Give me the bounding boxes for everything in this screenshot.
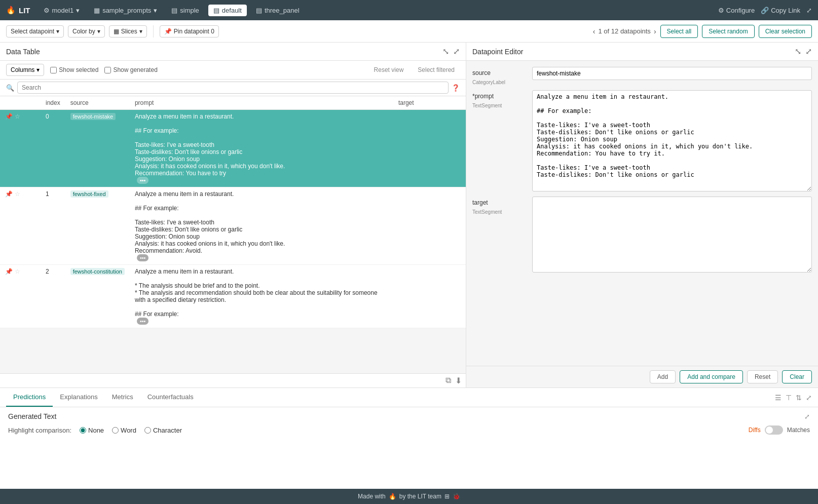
- target-field-name: target: [472, 199, 488, 206]
- nav-tab-default[interactable]: ▤ default: [208, 5, 247, 16]
- star-icon-row2[interactable]: ☆: [15, 268, 20, 275]
- sort-icon[interactable]: ⇅: [796, 394, 802, 402]
- configure-button[interactable]: ⚙ Configure: [718, 7, 755, 14]
- show-generated-label[interactable]: Show generated: [104, 66, 157, 73]
- external-link-button[interactable]: ⤢: [806, 7, 812, 14]
- app-brand: 🔥 LIT: [6, 6, 30, 15]
- footer-github-icon[interactable]: ⊞: [444, 493, 450, 500]
- page-footer: Made with 🔥 by the LIT team ⊞ 🐞: [0, 489, 818, 504]
- source-field-input[interactable]: [532, 67, 812, 80]
- show-selected-checkbox[interactable]: [50, 67, 57, 73]
- table-controls-right: Reset view Select filtered: [369, 64, 460, 75]
- nav-tab-three-panel[interactable]: ▤ three_panel: [251, 5, 305, 16]
- expand-bottom-icon[interactable]: ⤢: [806, 394, 812, 402]
- star-icon-row0[interactable]: ☆: [15, 113, 20, 120]
- highlight-label: Highlight comparison:: [8, 427, 71, 434]
- highlight-character-option[interactable]: Character: [144, 427, 182, 434]
- pin-datapoint-button[interactable]: 📌 Pin datapoint 0: [160, 25, 219, 37]
- data-table-title: Data Table: [6, 48, 40, 56]
- layout-icon-three-panel: ▤: [256, 7, 262, 14]
- matches-label: Matches: [787, 427, 810, 434]
- highlight-none-radio[interactable]: [80, 427, 86, 434]
- row-2-more-chip[interactable]: •••: [137, 318, 149, 325]
- help-icon[interactable]: ❓: [452, 84, 460, 92]
- row-0-index: 0: [41, 110, 65, 187]
- th-index: [0, 96, 41, 110]
- expand-generated-icon[interactable]: ⤢: [804, 413, 810, 420]
- show-selected-label[interactable]: Show selected: [50, 66, 98, 73]
- tab-counterfactuals-label: Counterfactuals: [147, 393, 194, 401]
- tab-predictions[interactable]: Predictions: [6, 388, 53, 407]
- model-icon: ⚙: [44, 7, 50, 14]
- row-0-prompt-text: Analyze a menu item in a restaurant. ## …: [135, 113, 388, 177]
- slices-button[interactable]: ▦ Slices ▾: [109, 25, 147, 37]
- datapoint-nav-text: 1 of 12 datapoints: [599, 27, 651, 35]
- show-generated-checkbox[interactable]: [104, 67, 111, 73]
- select-filtered-button[interactable]: Select filtered: [413, 64, 460, 75]
- pin-icon-toolbar: 📌: [164, 28, 172, 35]
- source-field-type: CategoryLabel: [472, 80, 505, 85]
- table-row[interactable]: 📌 ☆ 0 fewshot-mistake Analyze a menu ite…: [0, 110, 466, 187]
- prompt-field-type: TextSegment: [472, 103, 502, 108]
- footer-bug-icon[interactable]: 🐞: [453, 493, 460, 500]
- nav-tab-model1-label: model1: [52, 7, 74, 14]
- highlight-character-radio[interactable]: [144, 427, 151, 434]
- tab-metrics[interactable]: Metrics: [105, 388, 140, 407]
- bottom-tab-icons: ☰ ⊤ ⇅ ⤢: [775, 394, 812, 402]
- reset-button[interactable]: Reset: [747, 370, 778, 383]
- search-input[interactable]: [17, 82, 449, 94]
- tab-counterfactuals[interactable]: Counterfactuals: [140, 388, 201, 407]
- row-0-source-chip: fewshot-mistake: [70, 113, 116, 120]
- row-1-more-chip[interactable]: •••: [137, 254, 149, 261]
- expand-icon-editor[interactable]: ⤢: [805, 47, 812, 56]
- pin-icon-row2[interactable]: 📌: [5, 268, 13, 275]
- chevron-down-icon-2: ▾: [154, 7, 157, 14]
- color-by-label: Color by: [72, 28, 95, 35]
- select-all-button[interactable]: Select all: [660, 25, 698, 38]
- pin-icon-row0[interactable]: 📌: [5, 113, 13, 120]
- highlight-word-option[interactable]: Word: [112, 427, 136, 434]
- footer-text: Made with: [358, 493, 386, 500]
- row-0-more-chip[interactable]: •••: [137, 177, 149, 184]
- nav-tab-simple[interactable]: ▤ simple: [166, 5, 204, 16]
- color-by-button[interactable]: Color by ▾: [68, 25, 105, 37]
- prompt-field-meta: *prompt TextSegment: [472, 90, 528, 108]
- highlight-row: Highlight comparison: None Word Characte…: [8, 425, 810, 435]
- star-icon-row1[interactable]: ☆: [15, 190, 20, 198]
- target-field-textarea[interactable]: [532, 197, 812, 273]
- clear-selection-button[interactable]: Clear selection: [759, 25, 812, 38]
- highlight-none-option[interactable]: None: [80, 427, 104, 434]
- datapoint-nav: ‹ 1 of 12 datapoints ›: [593, 27, 656, 35]
- chevron-down-icon: ▾: [76, 7, 80, 14]
- diffs-toggle-switch[interactable]: [765, 425, 783, 435]
- pin-icon-row1[interactable]: 📌: [5, 190, 13, 198]
- slices-icon: ▦: [114, 28, 119, 35]
- next-datapoint-button[interactable]: ›: [654, 27, 656, 35]
- reset-view-button[interactable]: Reset view: [369, 64, 409, 75]
- nav-tab-model1[interactable]: ⚙ model1 ▾: [39, 5, 85, 16]
- add-label: Add: [657, 373, 668, 380]
- tab-explanations[interactable]: Explanations: [53, 388, 104, 407]
- highlight-word-radio[interactable]: [112, 427, 119, 434]
- minimize-icon[interactable]: ⤡: [442, 47, 449, 56]
- table-row[interactable]: 📌 ☆ 2 fewshot-constitution Analyze a men…: [0, 265, 466, 328]
- menu-icon[interactable]: ☰: [775, 394, 782, 402]
- download-icon[interactable]: ⬇: [455, 376, 462, 385]
- select-random-button[interactable]: Select random: [702, 25, 754, 38]
- prev-datapoint-button[interactable]: ‹: [593, 27, 596, 35]
- minimize-icon-editor[interactable]: ⤡: [795, 47, 801, 56]
- table-row[interactable]: 📌 ☆ 1 fewshot-fixed Analyze a menu item …: [0, 187, 466, 265]
- prompt-field-textarea[interactable]: Analyze a menu item in a restaurant. ## …: [532, 90, 812, 191]
- columns-button[interactable]: Columns ▾: [6, 64, 44, 76]
- nav-tab-sample-prompts[interactable]: ▦ sample_prompts ▾: [89, 5, 162, 16]
- select-datapoint-button[interactable]: Select datapoint ▾: [6, 25, 64, 37]
- expand-icon[interactable]: ⤢: [453, 47, 460, 56]
- copy-link-button[interactable]: 🔗 Copy Link: [761, 7, 800, 14]
- row-1-prompt-text: Analyze a menu item in a restaurant. ## …: [135, 190, 388, 254]
- add-compare-button[interactable]: Add and compare: [680, 370, 743, 383]
- select-datapoint-label: Select datapoint: [11, 28, 54, 35]
- filter-icon[interactable]: ⊤: [786, 394, 792, 402]
- add-button[interactable]: Add: [650, 370, 676, 383]
- copy-icon[interactable]: ⧉: [445, 376, 451, 385]
- clear-button[interactable]: Clear: [782, 370, 812, 383]
